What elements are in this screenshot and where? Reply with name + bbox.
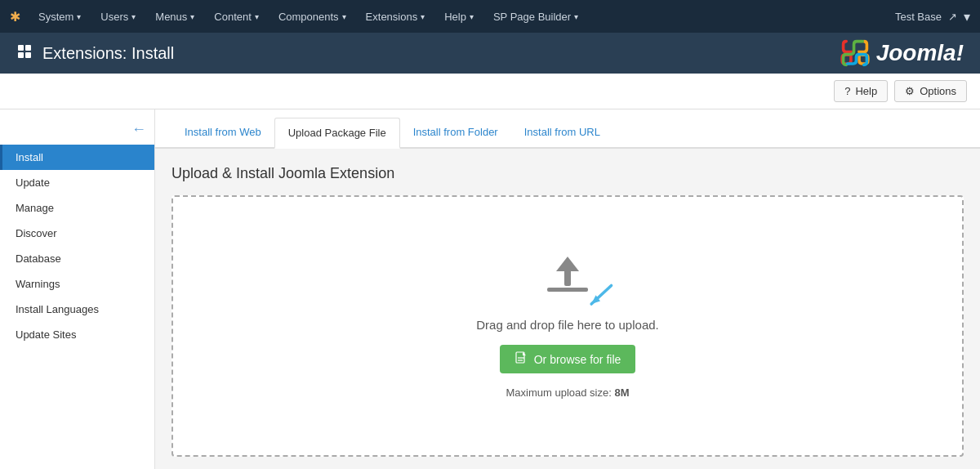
nav-sp-page-builder[interactable]: SP Page Builder ▾	[485, 0, 586, 33]
caret-icon: ▾	[255, 12, 259, 21]
sidebar-item-update[interactable]: Update	[0, 170, 154, 195]
tab-install-from-folder[interactable]: Install from Folder	[400, 118, 511, 149]
extensions-icon	[16, 43, 33, 64]
nav-users[interactable]: Users ▾	[92, 0, 144, 33]
upload-dropzone[interactable]: Drag and drop file here to upload. Or br…	[172, 195, 964, 457]
tab-install-from-url[interactable]: Install from URL	[511, 118, 613, 149]
sidebar: ← Install Update Manage Discover Databas…	[0, 109, 155, 469]
svg-rect-4	[547, 288, 588, 292]
site-name[interactable]: Test Base	[895, 11, 942, 23]
nav-menus[interactable]: Menus ▾	[147, 0, 203, 33]
drop-arrow-icon	[586, 282, 615, 311]
question-icon: ?	[844, 85, 850, 97]
caret-icon: ▾	[190, 12, 194, 21]
help-button[interactable]: ? Help	[834, 80, 888, 102]
page-header: Extensions: Install Joomla!	[0, 33, 980, 74]
options-button[interactable]: ⚙ Options	[894, 80, 967, 102]
upload-icon	[543, 253, 592, 302]
max-upload-value: 8M	[614, 386, 629, 399]
main-layout: ← Install Update Manage Discover Databas…	[0, 109, 980, 469]
caret-icon: ▾	[421, 12, 425, 21]
file-icon	[514, 351, 528, 367]
upload-icon-container	[543, 253, 592, 305]
sidebar-item-warnings[interactable]: Warnings	[0, 271, 154, 297]
joomla-star-icon: ✱	[10, 9, 20, 25]
upload-size-text: Maximum upload size: 8M	[506, 386, 629, 399]
sidebar-toggle[interactable]: ←	[0, 118, 154, 145]
gear-icon: ⚙	[905, 85, 915, 97]
nav-help[interactable]: Help ▾	[436, 0, 482, 33]
tab-install-from-web[interactable]: Install from Web	[172, 118, 274, 149]
sidebar-item-install[interactable]: Install	[0, 145, 154, 170]
nav-system[interactable]: System ▾	[30, 0, 89, 33]
svg-rect-0	[18, 45, 24, 51]
sidebar-item-manage[interactable]: Manage	[0, 195, 154, 221]
nav-extensions[interactable]: Extensions ▾	[358, 0, 434, 33]
caret-icon: ▾	[77, 12, 81, 21]
content-area: Install from Web Upload Package File Ins…	[155, 109, 980, 469]
top-navigation: ✱ System ▾ Users ▾ Menus ▾ Content ▾ Com…	[0, 0, 980, 33]
tab-content: Upload & Install Joomla Extension	[155, 149, 980, 469]
nav-components[interactable]: Components ▾	[270, 0, 354, 33]
tabs-bar: Install from Web Upload Package File Ins…	[155, 109, 980, 149]
page-title: Extensions: Install	[42, 44, 174, 63]
tab-upload-package-file[interactable]: Upload Package File	[274, 118, 400, 149]
nav-content[interactable]: Content ▾	[206, 0, 267, 33]
external-link-icon: ↗	[948, 11, 957, 23]
svg-rect-2	[18, 52, 24, 58]
caret-icon: ▾	[342, 12, 346, 21]
sidebar-item-discover[interactable]: Discover	[0, 221, 154, 246]
sidebar-item-database[interactable]: Database	[0, 246, 154, 271]
sidebar-item-update-sites[interactable]: Update Sites	[0, 322, 154, 347]
caret-icon: ▾	[470, 12, 474, 21]
caret-icon: ▾	[131, 12, 136, 21]
upload-section-title: Upload & Install Joomla Extension	[172, 165, 964, 182]
caret-icon: ▾	[574, 12, 578, 21]
toolbar: ? Help ⚙ Options	[0, 74, 980, 109]
browse-for-file-button[interactable]: Or browse for file	[500, 345, 636, 373]
nav-right: Test Base ↗ ▾	[895, 9, 970, 25]
svg-rect-3	[25, 52, 31, 58]
sidebar-collapse-button[interactable]: ←	[131, 121, 146, 138]
svg-rect-1	[25, 45, 31, 51]
sidebar-item-install-languages[interactable]: Install Languages	[0, 297, 154, 322]
joomla-logo-text: Joomla!	[876, 40, 964, 66]
svg-marker-6	[556, 257, 579, 271]
drag-drop-text: Drag and drop file here to upload.	[476, 318, 658, 332]
joomla-logo: Joomla!	[840, 38, 964, 68]
user-icon[interactable]: ▾	[964, 9, 970, 25]
